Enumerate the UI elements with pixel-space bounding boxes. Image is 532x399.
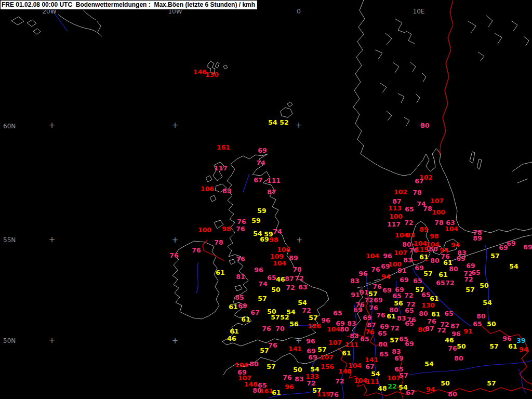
station-value: 91 [351,292,360,299]
station-value: 72 [307,380,315,387]
station-value: 50 [480,283,488,289]
station-value: 80 [430,258,439,264]
station-value: 54 [371,371,380,378]
station-value: 87 [267,189,276,196]
station-value: 39 [516,338,525,344]
station-value: 89 [473,235,482,242]
station-value: 89 [419,227,428,233]
station-value: 54 [268,119,277,126]
station-value: 78 [413,190,421,196]
station-value: 80 [476,313,485,320]
station-value: 61 [387,313,395,320]
station-value: 107 [328,340,342,347]
station-value: 117 [387,221,401,228]
station-value: 69 [382,287,391,294]
station-value: 65 [405,206,414,213]
station-value: 48 [378,385,387,392]
station-value: 76 [237,219,246,225]
station-value: 69 [363,315,371,322]
station-value: 69 [415,265,423,272]
station-value: 65 [360,336,369,343]
station-value: 78 [214,240,223,246]
station-value: 65 [267,275,276,282]
station-value: 69 [394,355,403,362]
station-value: 69 [238,303,247,310]
station-value: 65 [379,351,388,358]
station-value: 65 [392,293,401,300]
station-value: 57 [271,314,280,321]
station-value: 56 [289,321,298,328]
station-value: 93 [406,232,415,239]
station-value: 69 [374,297,382,304]
station-value: 72 [286,285,295,291]
station-value: 54 [509,263,518,270]
station-value: 74 [258,281,267,288]
station-value: 76 [427,318,436,325]
station-value: 80 [420,123,429,129]
station-value: 57 [260,348,269,354]
station-value: 69 [260,236,269,243]
station-value: 57 [267,364,275,370]
station-value: 83 [350,333,358,340]
station-value: 100 [389,214,403,220]
station-value: 67 [406,390,415,396]
station-value: 46 [445,337,454,344]
station-value: 78 [423,206,432,212]
station-value: 57 [490,253,499,260]
station-value: 76 [369,305,378,312]
station-value: 61 [438,272,447,278]
station-value: 80 [429,246,437,253]
station-value: 59 [251,218,260,224]
station-value: 111 [267,178,281,184]
station-value: 94 [451,242,460,249]
station-value: 80 [419,311,428,317]
station-value: 61 [229,304,237,311]
station-value: 89 [289,255,298,262]
station-value: 57 [487,380,496,387]
station-value: 65 [405,308,414,314]
station-value: 72 [404,220,413,227]
station-value: 72 [295,275,303,282]
station-value: 96 [358,271,367,277]
station-value: 57 [309,315,317,322]
stations-layer: 14613054528016169741171068367-1118759597… [0,0,532,399]
station-value: 65 [436,280,445,287]
station-value: 76 [376,312,385,319]
station-value: 83 [392,349,401,355]
station-value: 69 [258,148,267,154]
station-value: 81 [236,274,245,281]
station-value: 46 [276,276,285,283]
station-value: 67 [250,310,259,316]
station-value: 50 [271,287,280,294]
station-value: 119 [317,391,330,398]
station-value: 96 [502,336,511,342]
station-value: 80 [249,361,258,368]
title-bar: FRE 01.02.08 00:00 UTC Bodenwettermeldun… [0,0,258,10]
station-value: 76 [192,247,201,254]
station-value: 76 [262,326,271,332]
station-value: 126 [308,323,321,330]
station-value: 161 [217,144,230,151]
station-value: 104 [273,260,286,267]
station-value: 72 [404,292,413,299]
station-value: 83 [397,315,406,322]
station-value: 111 [366,379,379,385]
station-value: 57 [489,343,498,350]
station-value: 76 [236,226,245,233]
station-value: 61 [216,270,224,276]
station-value: 76 [268,342,277,349]
station-value: 76 [365,329,374,336]
station-value: 100 [198,227,211,234]
station-value: 80 [454,355,463,362]
station-value: 61 [230,328,238,335]
station-value: 83 [350,278,359,285]
station-value: 67 [415,178,423,185]
station-value: 72 [437,327,446,334]
station-value: 50 [441,380,449,387]
station-value: 107 [394,250,407,257]
station-value: 46 [227,336,236,342]
station-value: 61 [342,350,351,357]
station-value: 76 [407,317,416,324]
station-value: 161 [260,388,273,395]
station-value: 54 [298,300,307,307]
